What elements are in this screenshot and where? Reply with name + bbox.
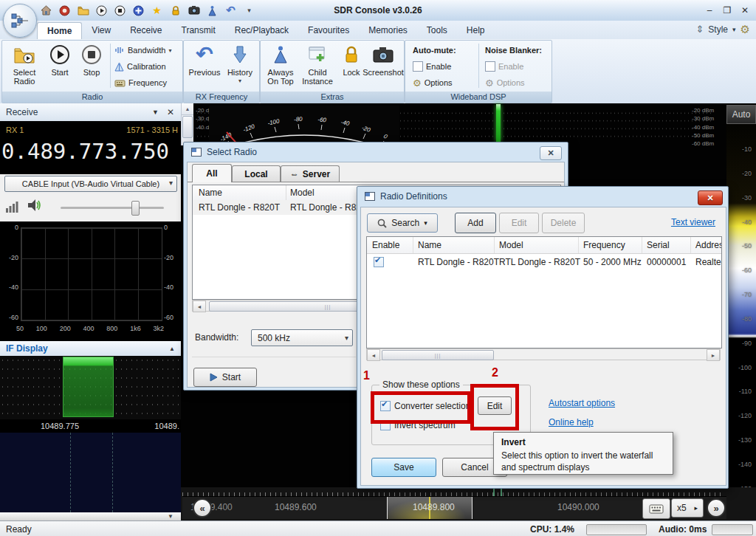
bandwidth-button[interactable]: Bandwidth ▾: [114, 44, 171, 57]
if-freq-label: 10489.: [154, 422, 179, 430]
definitions-hscrollbar[interactable]: ◄ ||| ►: [366, 348, 721, 360]
ribbon-tab-row: HomeViewReceiveTransmitRec/PlaybackFavou…: [0, 21, 756, 39]
ribbon-tab[interactable]: Transmit: [172, 22, 225, 39]
tick-label: -60: [164, 314, 173, 321]
ribbon-tab[interactable]: Help: [457, 22, 495, 39]
receive-scrollbar[interactable]: ▲: [181, 103, 193, 145]
always-on-top-button[interactable]: Always On Top: [264, 43, 298, 86]
calibration-button[interactable]: Calibration: [114, 60, 166, 73]
auto-mute-options[interactable]: ⚙ Options: [413, 76, 453, 89]
noise-blanker-options[interactable]: ⚙ Options: [485, 76, 525, 89]
scroll-right-arrow-icon[interactable]: ►: [707, 349, 720, 361]
audio-spectrum-panel[interactable]: 0-20-40-60 0-20-40-60 501002004008001k63…: [0, 221, 181, 341]
tab-server[interactable]: ⇔ Server: [281, 165, 340, 182]
column-header[interactable]: Address: [695, 240, 722, 250]
save-button[interactable]: Save: [371, 458, 436, 477]
zoom-level-button[interactable]: x5 ▸: [671, 498, 704, 518]
start-button[interactable]: Start: [45, 43, 75, 77]
tick-label: -40: [164, 284, 173, 291]
if-display-header[interactable]: IF Display ▲: [0, 341, 181, 357]
definitions-table-header[interactable]: Enable Name Model Frequency Serial Addre…: [367, 237, 721, 254]
frequency-readout[interactable]: 0.489.773.750: [1, 139, 179, 164]
ribbon-tab[interactable]: Receive: [120, 22, 171, 39]
auto-scale-button[interactable]: Auto: [726, 105, 756, 124]
autostart-options-link[interactable]: Autostart options: [549, 398, 615, 408]
search-button[interactable]: Search ▾: [367, 213, 438, 233]
ribbon-tab[interactable]: Rec/Playback: [225, 22, 298, 39]
if-frequency-labels: 10489.775 10489.: [0, 419, 181, 433]
column-header-model[interactable]: Model: [290, 188, 315, 198]
noise-blanker-enable-checkbox[interactable]: [485, 61, 495, 72]
bandwidth-dropdown[interactable]: 500 kHz ▾: [251, 329, 353, 346]
if-waterfall[interactable]: [0, 433, 181, 512]
lock-button[interactable]: Lock: [337, 43, 365, 77]
tab-all[interactable]: All: [192, 164, 232, 182]
select-radio-button[interactable]: Select Radio: [7, 43, 42, 86]
column-header[interactable]: Name: [418, 240, 441, 250]
scroll-thumb[interactable]: [182, 116, 193, 138]
if-filter-passband[interactable]: [63, 357, 114, 417]
collapse-icon[interactable]: ▲: [169, 346, 175, 352]
history-button[interactable]: History ▾: [224, 43, 256, 86]
noise-blanker-enable[interactable]: Enable: [485, 60, 523, 73]
column-header[interactable]: Frequency: [583, 240, 625, 250]
dialog-close-button[interactable]: ✕: [540, 146, 562, 160]
auto-mute-enable-checkbox[interactable]: [413, 61, 423, 72]
audio-level-bars-icon: [6, 199, 21, 215]
settings-gear-icon[interactable]: ⚙: [740, 24, 750, 34]
scroll-left-button[interactable]: «: [193, 498, 212, 518]
stop-button[interactable]: Stop: [77, 43, 106, 77]
auto-mute-enable[interactable]: Enable: [413, 60, 451, 73]
app-menu-button[interactable]: [3, 4, 37, 38]
receive-panel-header[interactable]: Receive ▼ ✕: [0, 103, 181, 122]
scroll-left-arrow-icon[interactable]: ◄: [367, 349, 380, 361]
frequency-readout-panel[interactable]: RX 1 1571 - 3315 H 0.489.773.750: [0, 121, 181, 174]
definitions-table-row[interactable]: ✔ RTL Dongle - R820T RTL Dongle - R820T …: [367, 253, 721, 271]
frequency-button[interactable]: Frequency: [114, 76, 167, 89]
ribbon-tab[interactable]: Tools: [417, 22, 457, 39]
child-instance-button[interactable]: Child Instance: [299, 43, 336, 86]
frequency-ruler[interactable]: 10489.400 10489.600 10489.800 10490.000 …: [181, 487, 756, 520]
volume-slider-track[interactable]: [61, 207, 164, 209]
speaker-icon[interactable]: [27, 198, 43, 215]
edit-button-toolbar[interactable]: Edit: [499, 213, 539, 233]
tick-label: -20: [164, 254, 173, 261]
dialog-close-button[interactable]: ✕: [698, 190, 723, 205]
ruler-label: 10489.800: [413, 502, 455, 512]
scroll-thumb[interactable]: |||: [382, 350, 494, 360]
column-header[interactable]: Serial: [647, 240, 670, 250]
minimize-button[interactable]: –: [701, 4, 718, 16]
scroll-left-arrow-icon[interactable]: ◄: [193, 300, 206, 312]
scroll-right-button[interactable]: »: [707, 498, 726, 518]
ribbon-tab[interactable]: Memories: [359, 22, 417, 39]
db-label: -40 dBm: [692, 124, 714, 131]
start-radio-button[interactable]: Start: [193, 368, 257, 387]
add-button[interactable]: Add: [455, 213, 496, 233]
column-header-name[interactable]: Name: [199, 188, 222, 198]
tab-local[interactable]: Local: [232, 165, 281, 182]
previous-button[interactable]: ↶ Previous: [187, 43, 222, 77]
panel-menu-caret-icon[interactable]: ▼: [152, 109, 159, 116]
audio-device-dropdown[interactable]: CABLE Input (VB-Audio Virtual Cable) ▾: [4, 176, 177, 192]
enable-checkbox[interactable]: ✔: [374, 257, 384, 267]
maximize-button[interactable]: ❐: [719, 4, 735, 16]
screenshot-button[interactable]: Screenshot: [362, 43, 404, 77]
ribbon-tab[interactable]: Home: [37, 22, 82, 40]
svg-text:-100: -100: [267, 117, 281, 126]
column-header[interactable]: Enable: [372, 240, 399, 250]
close-button[interactable]: ✕: [737, 4, 753, 16]
volume-slider-thumb[interactable]: [131, 201, 140, 216]
text-viewer-link[interactable]: Text viewer: [671, 217, 715, 227]
keyboard-entry-button[interactable]: [642, 498, 670, 519]
style-switcher[interactable]: ⇕ Style ▾ ⚙: [695, 24, 750, 35]
panel-close-icon[interactable]: ✕: [167, 107, 174, 117]
definitions-table[interactable]: Enable Name Model Frequency Serial Addre…: [366, 236, 722, 348]
expand-icon[interactable]: ▼: [168, 513, 173, 520]
ribbon-tab[interactable]: Favourites: [298, 22, 359, 39]
ribbon-tab[interactable]: View: [82, 22, 120, 39]
delete-button[interactable]: Delete: [542, 213, 585, 233]
online-help-link[interactable]: Online help: [549, 417, 594, 427]
column-header[interactable]: Model: [499, 240, 523, 250]
scroll-up-icon[interactable]: ▲: [182, 103, 193, 115]
if-spectrum[interactable]: [0, 356, 181, 419]
